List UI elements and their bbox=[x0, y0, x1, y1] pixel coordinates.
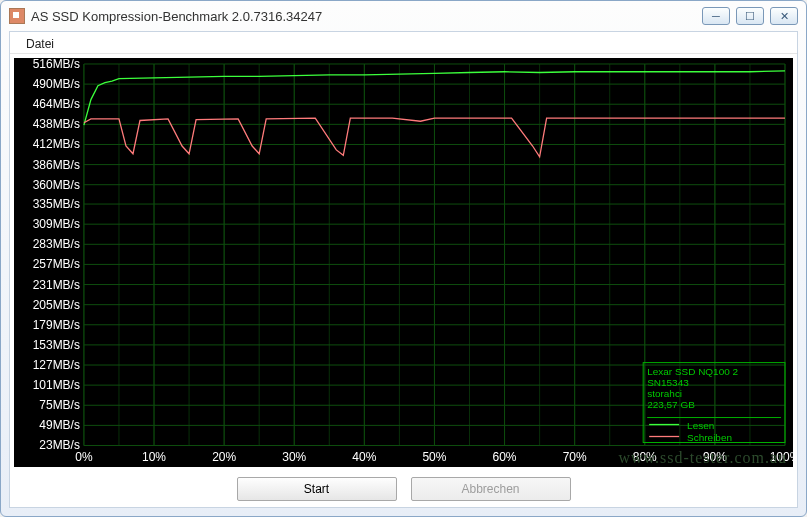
cancel-button: Abbrechen bbox=[411, 477, 571, 501]
svg-text:30%: 30% bbox=[282, 450, 306, 464]
button-bar: Start Abbrechen bbox=[10, 471, 797, 507]
svg-text:Lexar SSD NQ100 2: Lexar SSD NQ100 2 bbox=[647, 366, 738, 377]
titlebar[interactable]: AS SSD Kompression-Benchmark 2.0.7316.34… bbox=[1, 1, 806, 31]
svg-text:storahci: storahci bbox=[647, 388, 682, 399]
svg-text:SN15343: SN15343 bbox=[647, 377, 689, 388]
close-button[interactable]: ✕ bbox=[770, 7, 798, 25]
svg-text:257MB/s: 257MB/s bbox=[33, 257, 80, 271]
chart-area: 23MB/s49MB/s75MB/s101MB/s127MB/s153MB/s1… bbox=[14, 58, 793, 467]
menu-file[interactable]: Datei bbox=[20, 35, 60, 53]
svg-text:49MB/s: 49MB/s bbox=[39, 418, 80, 432]
chart-svg: 23MB/s49MB/s75MB/s101MB/s127MB/s153MB/s1… bbox=[14, 58, 793, 467]
menubar: Datei bbox=[10, 32, 797, 54]
app-window: AS SSD Kompression-Benchmark 2.0.7316.34… bbox=[0, 0, 807, 517]
svg-text:386MB/s: 386MB/s bbox=[33, 158, 80, 172]
svg-text:205MB/s: 205MB/s bbox=[33, 298, 80, 312]
svg-text:309MB/s: 309MB/s bbox=[33, 217, 80, 231]
start-button[interactable]: Start bbox=[237, 477, 397, 501]
app-icon bbox=[9, 8, 25, 24]
svg-text:20%: 20% bbox=[212, 450, 236, 464]
svg-text:60%: 60% bbox=[493, 450, 517, 464]
maximize-button[interactable]: ☐ bbox=[736, 7, 764, 25]
svg-text:335MB/s: 335MB/s bbox=[33, 197, 80, 211]
svg-text:153MB/s: 153MB/s bbox=[33, 338, 80, 352]
svg-text:70%: 70% bbox=[563, 450, 587, 464]
svg-text:0%: 0% bbox=[75, 450, 93, 464]
svg-text:516MB/s: 516MB/s bbox=[33, 58, 80, 71]
window-controls: ─ ☐ ✕ bbox=[702, 7, 798, 25]
svg-text:101MB/s: 101MB/s bbox=[33, 378, 80, 392]
svg-text:464MB/s: 464MB/s bbox=[33, 97, 80, 111]
window-title: AS SSD Kompression-Benchmark 2.0.7316.34… bbox=[31, 9, 702, 24]
svg-text:360MB/s: 360MB/s bbox=[33, 178, 80, 192]
svg-text:10%: 10% bbox=[142, 450, 166, 464]
svg-text:223,57 GB: 223,57 GB bbox=[647, 399, 695, 410]
svg-text:40%: 40% bbox=[352, 450, 376, 464]
svg-text:283MB/s: 283MB/s bbox=[33, 237, 80, 251]
client-area: Datei 23MB/s49MB/s75MB/s101MB/s127MB/s15… bbox=[9, 31, 798, 508]
svg-text:www.ssd-tester.com.au: www.ssd-tester.com.au bbox=[618, 449, 787, 466]
svg-text:179MB/s: 179MB/s bbox=[33, 318, 80, 332]
svg-text:Lesen: Lesen bbox=[687, 420, 714, 431]
svg-text:438MB/s: 438MB/s bbox=[33, 117, 80, 131]
svg-text:Schreiben: Schreiben bbox=[687, 432, 732, 443]
svg-text:412MB/s: 412MB/s bbox=[33, 137, 80, 151]
svg-text:75MB/s: 75MB/s bbox=[39, 398, 80, 412]
minimize-button[interactable]: ─ bbox=[702, 7, 730, 25]
svg-text:231MB/s: 231MB/s bbox=[33, 278, 80, 292]
svg-text:490MB/s: 490MB/s bbox=[33, 77, 80, 91]
svg-text:50%: 50% bbox=[422, 450, 446, 464]
svg-text:23MB/s: 23MB/s bbox=[39, 438, 80, 452]
svg-text:127MB/s: 127MB/s bbox=[33, 358, 80, 372]
